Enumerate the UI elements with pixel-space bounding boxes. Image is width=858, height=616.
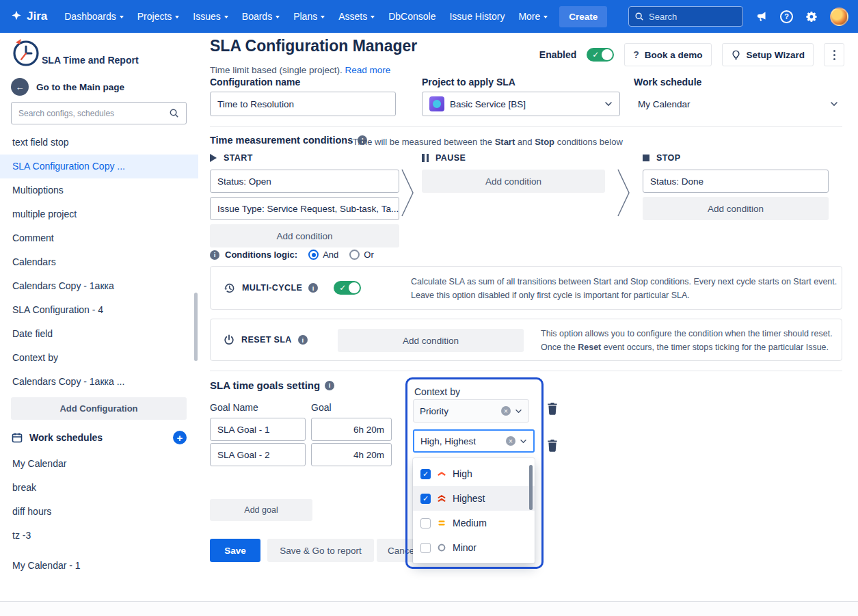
jira-logo[interactable]: Jira	[10, 10, 47, 23]
back-to-main-link[interactable]: Go to the Main page	[11, 78, 124, 96]
header-actions: Enabled Book a demo Setup Wizard	[539, 42, 844, 67]
more-options-kebab-icon[interactable]	[824, 43, 844, 66]
add-configuration-button[interactable]: Add Configuration	[11, 397, 187, 420]
back-label: Go to the Main page	[36, 82, 124, 92]
setup-wizard-button[interactable]: Setup Wizard	[722, 43, 814, 66]
checkbox-icon[interactable]	[420, 518, 431, 528]
priority-option-high[interactable]: High	[413, 461, 535, 486]
sidebar-scrollbar[interactable]	[194, 293, 198, 361]
config-name-input[interactable]	[210, 92, 396, 116]
start-condition-1[interactable]: Status: Open	[210, 170, 399, 193]
schedule-list: My Calendar break diff hours tz -3 My Ca…	[0, 452, 198, 578]
and-label: And	[323, 250, 338, 260]
pause-add-condition-button[interactable]: Add condition	[422, 170, 605, 193]
goal2-name-input[interactable]	[210, 443, 306, 466]
config-item[interactable]: Calendars Copy - 1акка	[0, 274, 198, 298]
config-item[interactable]: Multioptions	[0, 178, 198, 202]
settings-gear-icon[interactable]	[803, 8, 820, 25]
global-search[interactable]	[628, 6, 743, 27]
project-select[interactable]: Basic Service [BS]	[422, 92, 620, 116]
delete-goal2-button[interactable]	[546, 439, 559, 453]
stop-add-condition-button[interactable]: Add condition	[643, 197, 829, 220]
checkbox-checked-icon[interactable]	[420, 494, 431, 504]
announcements-icon[interactable]	[753, 8, 770, 25]
read-more-link[interactable]: Read more	[345, 65, 391, 75]
config-item[interactable]: Comment	[0, 226, 198, 250]
enabled-toggle[interactable]	[587, 48, 614, 62]
nav-issues[interactable]: Issues	[187, 7, 234, 26]
goal1-value-input[interactable]	[311, 418, 392, 441]
help-icon[interactable]	[780, 10, 793, 23]
stop-condition-1[interactable]: Status: Done	[643, 170, 829, 193]
context-values-select[interactable]: High, Highest	[413, 429, 535, 453]
context-field-select[interactable]: Priority	[413, 399, 529, 423]
dropdown-scrollbar[interactable]	[529, 465, 533, 510]
logic-or-option[interactable]: Or	[349, 250, 373, 260]
schedule-item[interactable]: tz -3	[0, 524, 198, 548]
goals-section-title: SLA time goals setting	[210, 379, 334, 391]
save-button[interactable]: Save	[210, 539, 260, 562]
config-item[interactable]: Date field	[0, 322, 198, 346]
nav-dbconsole[interactable]: DbConsole	[382, 7, 442, 26]
config-item[interactable]: Calendars	[0, 250, 198, 274]
config-item[interactable]: text field stop	[0, 131, 198, 155]
app-logo[interactable]: SLA Time and Report	[10, 37, 139, 68]
flow-chevron-separator	[399, 164, 416, 222]
schedule-item[interactable]: diff hours	[0, 500, 198, 524]
info-icon[interactable]	[210, 250, 219, 260]
chevron-down-icon	[515, 409, 522, 414]
info-icon[interactable]	[308, 283, 318, 293]
multi-cycle-controls: MULTI-CYCLE	[223, 267, 361, 309]
nav-plans[interactable]: Plans	[287, 7, 331, 26]
reset-add-condition-button[interactable]: Add condition	[338, 329, 524, 352]
radio-checked-icon	[308, 250, 319, 260]
save-go-report-button[interactable]: Save & Go to report	[267, 539, 374, 562]
priority-option-medium[interactable]: Medium	[413, 511, 535, 535]
config-item[interactable]: multiple project	[0, 202, 198, 226]
add-schedule-button[interactable]	[173, 431, 187, 444]
work-schedules-header: Work schedules	[11, 431, 187, 444]
sidebar-search[interactable]	[11, 102, 187, 124]
goal1-name-input[interactable]	[210, 418, 306, 441]
info-icon[interactable]	[298, 335, 308, 345]
schedule-item[interactable]: My Calendar - 1	[0, 554, 198, 578]
config-item[interactable]: SLA Configuration - 4	[0, 298, 198, 322]
start-add-condition-button[interactable]: Add condition	[210, 224, 399, 247]
goal2-value-input[interactable]	[311, 443, 392, 466]
page-subtitle: Time limit based (single project). Read …	[210, 65, 390, 75]
nav-issue-history[interactable]: Issue History	[443, 7, 511, 26]
reset-sla-label: RESET SLA	[241, 335, 292, 345]
nav-dashboards[interactable]: Dashboards	[58, 7, 130, 26]
schedule-item[interactable]: My Calendar	[0, 452, 198, 476]
nav-boards[interactable]: Boards	[236, 7, 286, 26]
book-demo-button[interactable]: Book a demo	[624, 43, 711, 66]
clear-icon[interactable]	[506, 436, 515, 446]
delete-goal1-button[interactable]	[546, 402, 559, 416]
info-icon[interactable]	[325, 381, 334, 390]
config-item[interactable]: Calendars Copy - 1акка ...	[0, 370, 198, 394]
work-schedule-select[interactable]: My Calendar	[634, 92, 842, 116]
multi-cycle-toggle[interactable]	[334, 281, 361, 295]
create-button[interactable]: Create	[559, 6, 607, 27]
goals-title-label: SLA time goals setting	[210, 379, 320, 391]
clear-icon[interactable]	[501, 406, 511, 416]
priority-option-highest[interactable]: Highest	[413, 486, 535, 511]
toggle-knob	[349, 282, 360, 293]
config-item[interactable]: Context by	[0, 346, 198, 370]
nav-assets[interactable]: Assets	[332, 7, 381, 26]
add-goal-button[interactable]: Add goal	[210, 499, 312, 521]
stop-column-header: STOP	[643, 153, 680, 163]
checkbox-checked-icon[interactable]	[420, 469, 431, 479]
start-label: START	[224, 153, 253, 163]
logic-and-option[interactable]: And	[308, 250, 338, 260]
start-condition-2[interactable]: Issue Type: Service Request, Sub-task, T…	[210, 197, 399, 220]
nav-projects[interactable]: Projects	[131, 7, 186, 26]
global-search-input[interactable]	[649, 12, 737, 22]
config-item-selected[interactable]: SLA Configuration Copy ...	[0, 155, 198, 178]
checkbox-icon[interactable]	[420, 543, 431, 553]
nav-more[interactable]: More	[512, 7, 554, 26]
user-avatar[interactable]	[830, 8, 848, 26]
priority-option-minor[interactable]: Minor	[413, 535, 535, 560]
sidebar-search-input[interactable]	[18, 109, 163, 118]
schedule-item[interactable]: break	[0, 476, 198, 500]
